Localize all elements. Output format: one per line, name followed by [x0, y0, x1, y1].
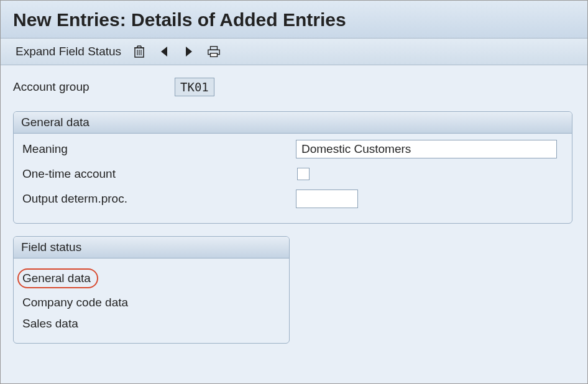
field-status-item-general[interactable]: General data: [22, 265, 280, 292]
general-data-header: General data: [14, 112, 572, 134]
general-data-body: Meaning One-time account Output determ.p…: [14, 134, 572, 223]
svg-rect-11: [211, 47, 218, 50]
field-status-item-sales[interactable]: Sales data: [22, 313, 280, 334]
one-time-row: One-time account: [22, 165, 563, 183]
previous-icon[interactable]: [157, 45, 171, 58]
account-group-row: Account group TK01: [13, 78, 581, 96]
field-status-body: General data Company code data Sales dat…: [14, 258, 289, 343]
highlight-annotation: General data: [17, 268, 98, 288]
output-input[interactable]: [296, 190, 358, 208]
one-time-checkbox[interactable]: [297, 168, 310, 180]
content-area: Account group TK01 General data Meaning …: [1, 65, 587, 362]
page-title: New Entries: Details of Added Entries: [13, 9, 575, 30]
expand-field-status-button[interactable]: Expand Field Status: [16, 45, 121, 58]
field-status-item-company[interactable]: Company code data: [22, 292, 280, 313]
title-bar: New Entries: Details of Added Entries: [1, 1, 587, 39]
output-row: Output determ.proc.: [22, 190, 563, 208]
meaning-label: Meaning: [22, 142, 296, 156]
account-group-label: Account group: [13, 80, 175, 94]
field-status-group: Field status General data Company code d…: [13, 236, 290, 344]
meaning-row: Meaning: [22, 140, 563, 158]
svg-marker-9: [186, 47, 192, 57]
general-data-group: General data Meaning One-time account Ou…: [13, 111, 572, 224]
output-label: Output determ.proc.: [22, 192, 296, 206]
account-group-value: TK01: [175, 78, 214, 96]
svg-rect-12: [211, 53, 218, 57]
delete-icon[interactable]: [132, 45, 146, 58]
print-icon[interactable]: [207, 45, 221, 58]
toolbar: Expand Field Status: [1, 39, 587, 65]
svg-marker-8: [161, 47, 167, 57]
field-status-header: Field status: [14, 237, 289, 258]
next-icon[interactable]: [182, 45, 196, 58]
one-time-label: One-time account: [22, 167, 296, 181]
meaning-input[interactable]: [296, 140, 557, 158]
